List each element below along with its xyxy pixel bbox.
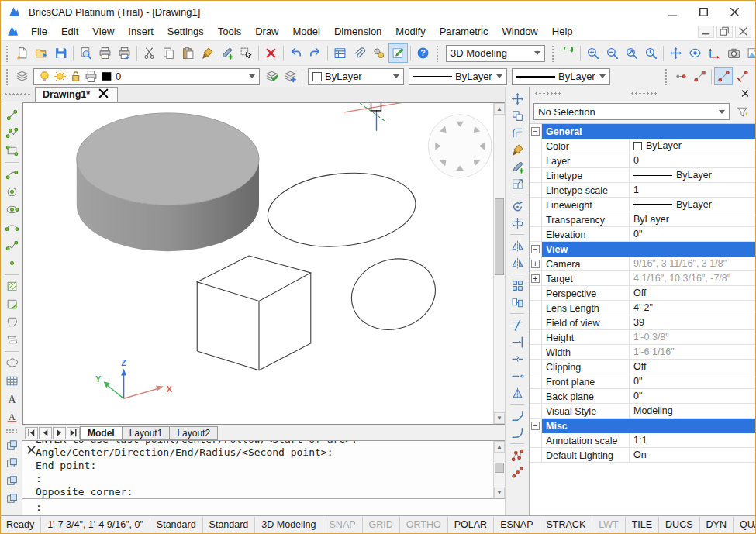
property-value[interactable]: 4 1/16", 10 3/16", -7/8" (630, 271, 755, 285)
toolbar-grip[interactable] (4, 92, 30, 96)
viewport-icon[interactable] (2, 490, 21, 508)
last-layout-button[interactable] (67, 427, 80, 439)
lengthen-icon[interactable] (508, 367, 526, 384)
edit-drawing-icon[interactable] (388, 43, 408, 63)
viewport-icon[interactable] (2, 436, 21, 454)
menu-item[interactable]: Modify (388, 24, 432, 39)
trim-icon[interactable] (508, 316, 526, 333)
property-value[interactable]: ByLayer (630, 198, 755, 212)
open-file-icon[interactable] (32, 43, 51, 63)
mirror3d-icon[interactable] (508, 254, 526, 271)
property-row[interactable]: Visual Style Modeling (530, 404, 755, 419)
ellipse-icon[interactable] (2, 201, 21, 219)
collapse-icon[interactable]: − (531, 127, 540, 136)
lineweight-select[interactable]: ByLayer (512, 68, 610, 85)
property-value[interactable]: 1 (630, 183, 755, 197)
text-style-field[interactable]: Standard (150, 517, 203, 533)
undo-icon[interactable] (286, 43, 306, 63)
panel-grip[interactable] (534, 91, 561, 95)
property-row[interactable]: Width 1'-6 1/16" (530, 345, 755, 360)
menu-item[interactable]: View (85, 24, 121, 39)
property-section-header[interactable]: − General (530, 124, 755, 139)
drawing-canvas[interactable]: Z Y X (23, 103, 493, 424)
property-value[interactable]: 9/16", 3 11/16", 3 1/8" (630, 257, 755, 270)
status-toggle[interactable]: LWT (592, 517, 625, 533)
fillet-icon[interactable] (508, 424, 526, 441)
camera-icon[interactable] (724, 43, 744, 63)
menu-item[interactable]: Window (495, 24, 545, 39)
ucs-icon[interactable] (705, 43, 724, 63)
help-icon[interactable]: ? (413, 43, 433, 63)
property-row[interactable]: Linetype scale 1 (530, 183, 755, 198)
copy-clip-icon[interactable] (159, 43, 178, 63)
rotate3d-icon[interactable] (508, 215, 526, 232)
snap-b-icon[interactable] (690, 67, 709, 85)
workspace-field[interactable]: 3D Modeling (255, 517, 323, 533)
align-icon[interactable] (508, 294, 526, 311)
property-row[interactable]: Default Lighting On (530, 448, 755, 463)
expand-icon[interactable]: + (531, 274, 540, 283)
property-value[interactable]: 1'-6 1/16" (630, 345, 755, 359)
new-file-icon[interactable] (12, 43, 32, 63)
property-row[interactable]: Transparency ByLayer (530, 212, 755, 227)
viewport-icon[interactable] (2, 472, 21, 490)
status-toggle[interactable]: POLAR (448, 517, 494, 533)
command-input[interactable]: : (22, 498, 505, 515)
pedit-icon[interactable] (508, 446, 526, 463)
maximize-button[interactable] (693, 5, 713, 20)
menu-item[interactable]: Draw (248, 24, 285, 39)
mdi-minimize-button[interactable] (698, 26, 714, 38)
status-toggle[interactable]: GRID (363, 517, 400, 533)
mdi-close-button[interactable] (735, 26, 751, 38)
status-toggle[interactable]: DYN (700, 517, 734, 533)
property-row[interactable]: Height 1'-0 3/8" (530, 330, 755, 345)
match-prop-icon[interactable] (508, 141, 526, 158)
attach-icon[interactable] (350, 43, 369, 63)
property-value[interactable]: ByLayer (630, 139, 755, 153)
zoom-out-icon[interactable] (602, 43, 622, 63)
close-button[interactable] (724, 5, 744, 20)
property-value[interactable]: 0" (630, 389, 755, 403)
point-icon[interactable] (2, 254, 21, 272)
scroll-down-icon[interactable]: ▼ (494, 412, 505, 424)
break-icon[interactable] (508, 350, 526, 367)
cylinder-entity[interactable] (77, 113, 259, 251)
property-row[interactable]: Clipping Off (530, 360, 755, 374)
property-row[interactable]: Perspective Off (530, 286, 755, 301)
menu-item[interactable]: Model (286, 24, 327, 39)
eyedropper-icon[interactable] (217, 43, 236, 63)
expand-icon[interactable]: + (531, 260, 540, 268)
property-value[interactable]: ByLayer (630, 168, 755, 182)
layer-select[interactable]: 0 (33, 68, 260, 85)
linetype-select[interactable]: ByLayer (409, 68, 507, 85)
property-value[interactable]: 0" (630, 374, 755, 388)
snap-a-icon[interactable] (671, 67, 690, 85)
offset-icon[interactable] (508, 124, 526, 141)
first-layout-button[interactable] (25, 427, 38, 439)
scroll-thumb[interactable] (495, 198, 504, 276)
property-value[interactable]: 1'-0 3/8" (630, 330, 755, 344)
previous-layout-button[interactable] (39, 427, 52, 439)
print-icon[interactable] (95, 43, 115, 63)
move-icon[interactable] (508, 90, 526, 107)
status-toggle[interactable]: QUAD (734, 517, 756, 533)
circle-entity-small[interactable] (342, 248, 444, 339)
next-layout-button[interactable] (53, 427, 66, 439)
property-row[interactable]: Annotation scale 1:1 (530, 433, 755, 448)
menu-item[interactable]: Parametric (433, 24, 495, 39)
status-toggle[interactable]: DUCS (659, 517, 699, 533)
scale-icon[interactable] (508, 175, 526, 192)
circle-entity-large[interactable] (264, 166, 419, 253)
status-toggle[interactable]: ESNAP (494, 517, 540, 533)
redo-icon[interactable] (306, 43, 325, 63)
realtime-icon[interactable] (685, 43, 705, 63)
property-value[interactable]: On (630, 448, 755, 462)
slice-icon[interactable] (508, 384, 526, 401)
circle-icon[interactable] (2, 183, 21, 201)
menu-item[interactable]: Edit (54, 24, 85, 39)
property-row[interactable]: Layer 0 (530, 153, 755, 168)
zoom-extents-icon[interactable] (622, 43, 641, 63)
filter-button[interactable] (733, 103, 752, 120)
property-row[interactable]: Front plane 0" (530, 374, 755, 389)
zoom-previous-icon[interactable] (641, 43, 661, 63)
